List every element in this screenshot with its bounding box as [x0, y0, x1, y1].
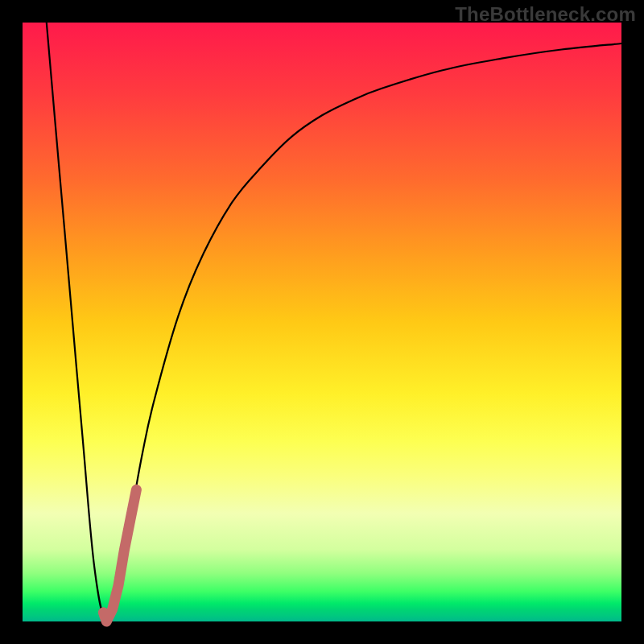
highlight-segment [103, 489, 136, 621]
plot-area [23, 23, 621, 621]
curve-layer [23, 23, 621, 621]
chart-frame: TheBottleneck.com [0, 0, 644, 644]
watermark-text: TheBottleneck.com [455, 3, 636, 26]
